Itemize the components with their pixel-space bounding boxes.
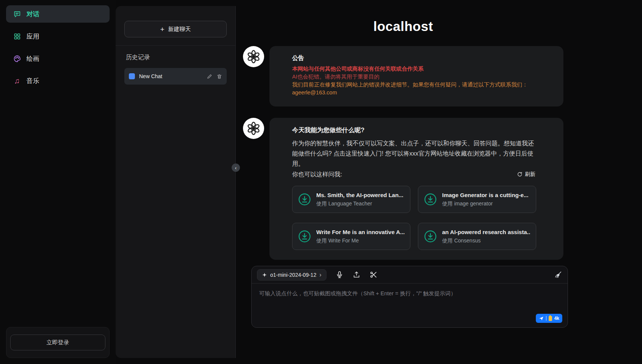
grid-icon (13, 32, 21, 40)
refresh-icon (517, 171, 523, 177)
welcome-title: 今天我能为您做些什么呢? (292, 126, 537, 134)
download-circle-icon (298, 193, 311, 206)
microphone-icon (336, 271, 343, 279)
sidebar-item-music[interactable]: ♫ 音乐 (6, 72, 110, 89)
suggestion-card[interactable]: Write For Me is an innovative A... 使用 Wr… (292, 223, 410, 250)
send-icon (539, 316, 544, 321)
delete-icon[interactable] (217, 74, 222, 79)
input-placeholder: 可输入说点什么，也可贴截图或拖拽文件（Shift + Enter = 换行，"/… (259, 290, 560, 297)
chat-list-panel: + 新建聊天 历史记录 New Chat (116, 6, 236, 358)
sidebar-item-label: 应用 (26, 32, 39, 41)
refresh-label: 刷新 (525, 171, 535, 178)
broom-icon (554, 271, 562, 279)
token-count: 4k (554, 316, 559, 321)
suggestion-subtitle: 使用 Language Teacher (316, 201, 403, 207)
chat-items: New Chat (124, 68, 227, 85)
assistant-avatar (243, 46, 264, 67)
assistant-avatar (243, 118, 264, 139)
announcement-title: 公告 (292, 54, 537, 62)
music-note-icon: ♫ (13, 77, 21, 85)
announcement-line-1: 本网站与任何其他公司或商标没有任何关联或合作关系 (292, 65, 537, 73)
new-chat-button[interactable]: + 新建聊天 (124, 21, 227, 37)
hint-row: 你也可以这样问我: 刷新 (292, 169, 537, 179)
sidebar-item-label: 绘画 (26, 54, 39, 63)
page-title: localhost (243, 19, 563, 34)
model-name: o1-mini-2024-09-12 (270, 272, 316, 278)
scissors-icon (370, 271, 377, 279)
message-welcome: 今天我能为您做些什么呢? 作为你的智慧伙伴，我不仅可以写文案、出点子，还可以和你… (243, 118, 563, 260)
sidebar-item-label: 对话 (26, 10, 39, 19)
sidebar-item-chat[interactable]: 对话 (6, 5, 110, 23)
badge-divider (546, 316, 546, 321)
app-window: 对话 应用 绘画 (0, 0, 642, 364)
collapse-sidebar-toggle[interactable]: ‹ (232, 163, 240, 172)
message-announcement: 公告 本网站与任何其他公司或商标没有任何关联或合作关系 AI也会犯错。请勿将其用… (243, 46, 563, 106)
battery-icon (549, 316, 552, 321)
upload-button[interactable] (353, 271, 360, 279)
chevron-right-icon: › (319, 272, 321, 278)
sidebar-item-drawing[interactable]: 绘画 (6, 50, 110, 67)
chat-item-actions (207, 74, 222, 79)
sidebar-item-label: 音乐 (26, 77, 39, 85)
sidebar-item-apps[interactable]: 应用 (6, 28, 110, 45)
chat-color-swatch (129, 73, 135, 79)
contact-email-link[interactable]: ageerle@163.com (292, 89, 337, 97)
main-content: localhost (243, 0, 563, 328)
palette-icon (13, 54, 21, 63)
announcement-line-2: AI也会犯错。请勿将其用于重要目的 (292, 73, 537, 81)
login-button[interactable]: 立即登录 (10, 335, 105, 350)
download-circle-icon (298, 230, 311, 243)
microphone-button[interactable] (336, 271, 343, 279)
composer-toolbar: o1-mini-2024-09-12 › (252, 266, 568, 284)
divider (116, 45, 235, 46)
suggestion-subtitle: 使用 Write For Me (316, 238, 405, 244)
welcome-bubble: 今天我能为您做些什么呢? 作为你的智慧伙伴，我不仅可以写文案、出点子，还可以和你… (269, 118, 563, 260)
screenshot-button[interactable] (370, 271, 377, 279)
plus-icon: + (160, 26, 164, 33)
send-token-badge[interactable]: 4k (536, 314, 562, 323)
suggestion-card[interactable]: Ms. Smith, the AI-powered Lan... 使用 Lang… (292, 186, 410, 213)
chat-item-title: New Chat (139, 73, 203, 79)
main-panel: ‹ localhost (236, 0, 642, 364)
suggestion-card[interactable]: an AI-powered research assista... 使用 Con… (418, 223, 536, 250)
history-heading: 历史记录 (124, 54, 227, 62)
suggestion-title: Write For Me is an innovative A... (316, 229, 405, 235)
suggestion-title: Image Generator is a cutting-e... (442, 192, 528, 198)
new-chat-label: 新建聊天 (168, 26, 191, 33)
message-list: 公告 本网站与任何其他公司或商标没有任何关联或合作关系 AI也会犯错。请勿将其用… (243, 46, 563, 260)
composer: o1-mini-2024-09-12 › (251, 266, 568, 328)
message-input[interactable]: 可输入说点什么，也可贴截图或拖拽文件（Shift + Enter = 换行，"/… (252, 284, 568, 327)
suggestion-title: an AI-powered research assista... (442, 229, 531, 235)
chat-list-item[interactable]: New Chat (124, 68, 227, 85)
clear-context-button[interactable] (554, 271, 562, 279)
suggestion-subtitle: 使用 image generator (442, 201, 528, 207)
edit-icon[interactable] (207, 74, 212, 79)
login-panel: 立即登录 (6, 327, 110, 358)
announcement-bubble: 公告 本网站与任何其他公司或商标没有任何关联或合作关系 AI也会犯错。请勿将其用… (269, 46, 563, 106)
suggestion-subtitle: 使用 Consensus (442, 238, 531, 244)
ask-hint: 你也可以这样问我: (292, 169, 342, 179)
upload-icon (353, 271, 360, 279)
model-selector[interactable]: o1-mini-2024-09-12 › (257, 269, 326, 281)
sidebar: 对话 应用 绘画 (0, 0, 116, 364)
suggestion-grid: Ms. Smith, the AI-powered Lan... 使用 Lang… (292, 186, 537, 250)
suggestion-title: Ms. Smith, the AI-powered Lan... (316, 192, 403, 198)
download-circle-icon (424, 230, 437, 243)
announcement-line-3: 我们目前正在修复我们网站上的错误并改进细节。如果您有任何疑问，请通过以下方式联系… (292, 81, 537, 89)
suggestion-card[interactable]: Image Generator is a cutting-e... 使用 ima… (418, 186, 536, 213)
sparkle-icon (262, 272, 267, 278)
download-circle-icon (424, 193, 437, 206)
refresh-button[interactable]: 刷新 (515, 170, 537, 179)
welcome-body: 作为你的智慧伙伴，我不仅可以写文案、出点子，还可以和你聊天、回答问题。想知道我还… (292, 138, 537, 169)
chat-bubble-icon (13, 10, 21, 18)
